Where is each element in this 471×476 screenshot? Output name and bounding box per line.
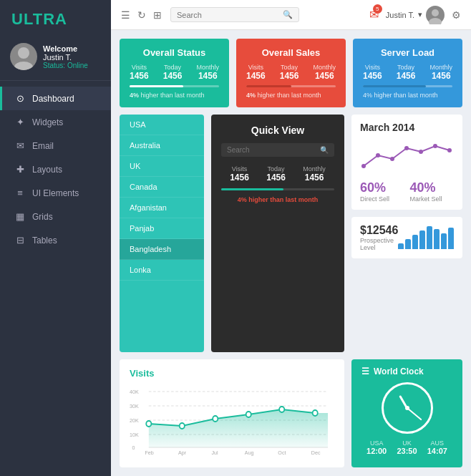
username-label: Justin T. — [43, 53, 88, 62]
country-panjab[interactable]: Panjab — [120, 218, 204, 239]
qv-note: 4% higher than last month — [221, 196, 334, 203]
monthly-label: Monthly — [196, 64, 219, 71]
sell-row: 60% Direct Sell 40% Market Sell — [360, 180, 454, 203]
svg-text:20K: 20K — [130, 417, 139, 424]
uk-time: 23:50 — [397, 447, 417, 455]
country-lonka[interactable]: Lonka — [120, 260, 204, 281]
country-uk[interactable]: UK — [120, 156, 204, 177]
country-afganistan[interactable]: Afganistan — [120, 198, 204, 218]
sidebar-item-email[interactable]: ✉ Email — [0, 134, 111, 157]
bar-2 — [405, 239, 411, 249]
topbar-user[interactable]: Justin T. ▾ — [386, 6, 445, 24]
qv-today: Today 1456 — [266, 165, 286, 183]
country-bangladesh[interactable]: Bangladesh — [120, 239, 204, 260]
svg-point-23 — [180, 423, 185, 429]
march-title: March 2014 — [360, 122, 454, 133]
bar-3 — [412, 235, 418, 249]
svg-point-5 — [376, 153, 380, 157]
status-label: Status: Online — [43, 62, 88, 69]
logo-text: LTRA — [24, 10, 67, 28]
qv-today-label: Today — [266, 165, 286, 173]
menu-icon[interactable]: ☰ — [121, 9, 130, 21]
svg-text:0: 0 — [132, 445, 135, 451]
sidebar-item-layouts[interactable]: ✚ Layouts — [0, 157, 111, 181]
svg-point-6 — [390, 157, 394, 161]
monthly-val: 1456 — [196, 71, 219, 81]
content: Overall Status Visits 1456 Today 1456 Mo… — [111, 30, 471, 476]
svg-point-22 — [146, 421, 151, 427]
qv-search-icon: 🔍 — [320, 146, 329, 154]
market-sell-pct: 40% — [410, 180, 455, 195]
status-bar-fill — [130, 85, 183, 87]
qv-monthly-val: 1456 — [303, 173, 326, 183]
sales-today-label: Today — [280, 64, 299, 71]
nav-label-layouts: Layouts — [32, 165, 62, 175]
march-chart — [360, 137, 454, 173]
sales-bar — [246, 85, 336, 87]
sales-monthly-col: Monthly 1456 — [313, 64, 336, 81]
search-bar[interactable]: 🔍 — [170, 7, 299, 22]
sidebar-item-grids[interactable]: ▦ Grids — [0, 205, 111, 228]
svg-point-0 — [18, 47, 29, 59]
country-australia[interactable]: Australia — [120, 135, 204, 156]
direct-sell: 60% Direct Sell — [360, 180, 404, 203]
sales-today-col: Today 1456 — [280, 64, 299, 81]
search-input[interactable] — [177, 11, 283, 19]
svg-text:Dec: Dec — [311, 450, 321, 456]
qv-bar-fill — [221, 188, 283, 190]
svg-text:10K: 10K — [130, 432, 139, 438]
welcome-label: Welcome — [43, 44, 88, 53]
qv-search-input[interactable] — [227, 146, 320, 154]
sidebar-item-widgets[interactable]: ✦ Widgets — [0, 110, 111, 134]
sales-note-pct: 4% — [246, 92, 256, 99]
nav-label-tables: Tables — [32, 235, 57, 246]
bar-8 — [448, 228, 454, 249]
prospective-card: $12546 Prospective Level — [351, 217, 462, 258]
aus-time: 14:07 — [427, 447, 447, 455]
sidebar-item-ui-elements[interactable]: ≡ UI Elements — [0, 181, 111, 205]
prospective-label: Prospective Level — [360, 237, 398, 251]
refresh-icon[interactable]: ↻ — [137, 9, 146, 21]
qv-stats: Visits 1456 Today 1456 Monthly 1456 — [221, 165, 334, 183]
svg-text:Jul: Jul — [211, 450, 218, 456]
clock-usa: USA 12:00 — [366, 439, 387, 455]
notification-button[interactable]: ✉ 5 — [369, 8, 379, 21]
qv-search-bar[interactable]: 🔍 — [221, 143, 334, 157]
svg-text:Feb: Feb — [145, 450, 153, 456]
nav-label-ui-elements: UI Elements — [32, 188, 79, 198]
tables-icon: ⊟ — [14, 235, 26, 246]
minute-hand — [407, 407, 422, 420]
user-dropdown-arrow: ▾ — [418, 10, 422, 19]
server-load-card: Server Load Visits 1456 Today 1456 Month… — [353, 39, 462, 107]
server-today-val: 1456 — [397, 71, 416, 81]
svg-point-9 — [433, 144, 437, 148]
user-info: Welcome Justin T. Status: Online — [43, 44, 88, 69]
overall-sales-card: Overall Sales Visits 1456 Today 1456 Mon… — [236, 39, 346, 107]
svg-point-26 — [279, 407, 284, 412]
main-area: ☰ ↻ ⊞ 🔍 ✉ 5 Justin T. ▾ ⚙ — [111, 0, 471, 476]
sidebar-item-tables[interactable]: ⊟ Tables — [0, 228, 111, 252]
logo: ULTRA — [0, 0, 111, 36]
svg-point-27 — [313, 410, 318, 416]
march-card: March 2014 60% Direct — [351, 115, 462, 210]
settings-icon[interactable]: ⚙ — [452, 9, 461, 21]
clock-header: ☰ World Clock — [361, 366, 424, 377]
nav-label-dashboard: Dashboard — [32, 94, 74, 104]
visits-chart: 40K 30K 20K 10K 0 — [130, 384, 334, 456]
country-usa[interactable]: USA — [120, 115, 204, 135]
overall-sales-title: Overall Sales — [246, 47, 336, 58]
aus-label: AUS — [427, 439, 447, 447]
clock-center — [405, 406, 409, 410]
server-load-stats: Visits 1456 Today 1456 Monthly 1456 — [363, 64, 452, 81]
grid-icon[interactable]: ⊞ — [153, 9, 162, 21]
svg-point-1 — [14, 62, 33, 70]
visits-col: Visits 1456 — [130, 64, 149, 81]
svg-point-8 — [419, 150, 423, 154]
svg-text:Apr: Apr — [178, 450, 187, 456]
sidebar-item-dashboard[interactable]: ⊙ Dashboard — [0, 87, 111, 110]
visits-val: 1456 — [130, 71, 149, 81]
clock-face — [382, 382, 433, 434]
sales-bar-fill — [246, 85, 291, 87]
svg-point-25 — [246, 412, 251, 417]
country-canada[interactable]: Canada — [120, 177, 204, 198]
